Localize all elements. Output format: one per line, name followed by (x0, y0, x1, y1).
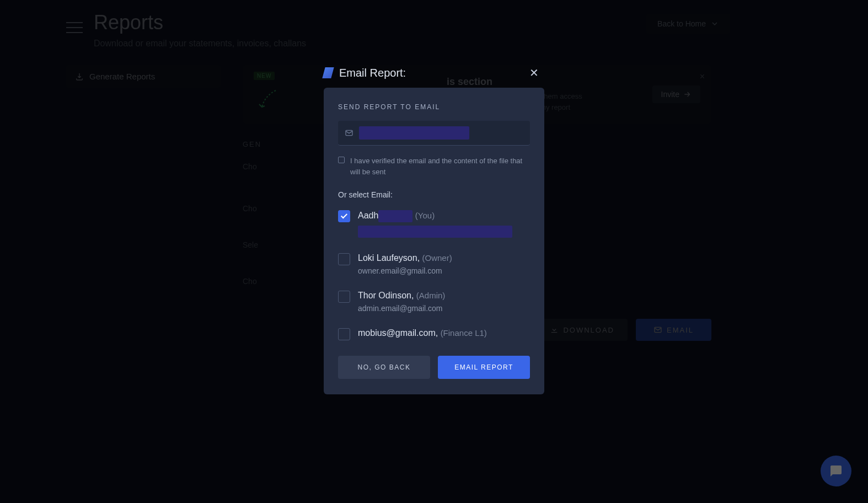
option-role: (You) (415, 211, 435, 220)
modal-title: Email Report: (339, 67, 406, 79)
redacted-email (358, 226, 512, 238)
or-select-label: Or select Email: (338, 190, 530, 199)
option-role: (Finance L1) (441, 328, 487, 338)
option-name: Thor Odinson, (358, 291, 414, 300)
close-icon[interactable]: ✕ (529, 66, 539, 79)
modal-section-title: SEND REPORT TO EMAIL (338, 103, 530, 111)
verify-checkbox[interactable] (338, 157, 345, 163)
option-email: admin.email@gmail.com (358, 304, 530, 313)
email-option-owner[interactable]: Loki Laufeyson, (Owner) owner.email@gmai… (338, 253, 530, 275)
option-checkbox[interactable] (338, 210, 350, 222)
option-email: owner.email@gmail.com (358, 266, 530, 275)
option-name: Loki Laufeyson, (358, 253, 420, 263)
brand-logo-icon (322, 67, 334, 78)
email-option-you[interactable]: Aadh (You) (338, 210, 530, 238)
email-report-modal: Email Report: ✕ SEND REPORT TO EMAIL I h… (324, 66, 544, 394)
email-option-finance[interactable]: mobius@gmail.com, (Finance L1) (338, 328, 530, 340)
cancel-button[interactable]: NO, GO BACK (338, 356, 430, 379)
option-role: (Admin) (416, 291, 446, 300)
option-name: mobius@gmail.com, (358, 328, 438, 338)
option-role: (Owner) (422, 253, 452, 263)
redacted-email-value (359, 126, 469, 140)
email-report-button[interactable]: EMAIL REPORT (438, 356, 530, 379)
email-input[interactable] (338, 121, 530, 146)
verify-text: I have verified the email and the conten… (350, 156, 530, 177)
mail-icon (345, 129, 353, 137)
option-checkbox[interactable] (338, 291, 350, 303)
redacted-name (378, 210, 412, 222)
option-checkbox[interactable] (338, 328, 350, 340)
option-checkbox[interactable] (338, 253, 350, 265)
email-option-admin[interactable]: Thor Odinson, (Admin) admin.email@gmail.… (338, 291, 530, 313)
option-name-prefix: Aadh (358, 211, 378, 220)
